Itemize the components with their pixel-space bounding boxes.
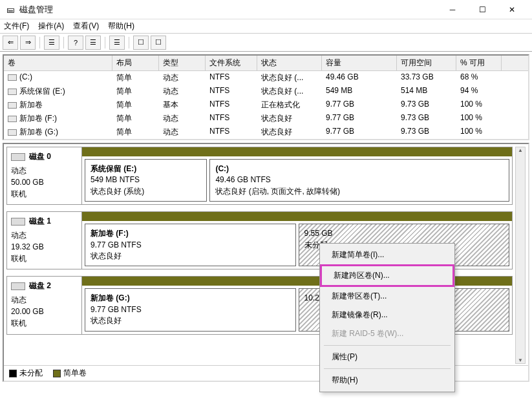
view-icon: ☐ bbox=[138, 38, 144, 47]
menu-file[interactable]: 文件(F) bbox=[4, 21, 29, 32]
volume-list-header: 卷 布局 类型 文件系统 状态 容量 可用空间 % 可用 bbox=[4, 56, 528, 71]
forward-button[interactable]: ⇒ bbox=[20, 36, 36, 50]
partition[interactable]: (C:)49.46 GB NTFS状态良好 (启动, 页面文件, 故障转储) bbox=[209, 159, 509, 202]
disk-label[interactable]: 磁盘 1动态19.32 GB联机 bbox=[7, 212, 82, 269]
col-layout[interactable]: 布局 bbox=[112, 56, 159, 70]
window-title: 磁盘管理 bbox=[19, 4, 438, 16]
pane-icon: ☰ bbox=[90, 38, 96, 47]
col-free[interactable]: 可用空间 bbox=[397, 56, 456, 70]
toolbar-separator bbox=[39, 37, 40, 48]
pane-button-1[interactable]: ☰ bbox=[44, 36, 59, 50]
volume-icon bbox=[8, 102, 17, 109]
view-button-2[interactable]: ☐ bbox=[151, 36, 166, 50]
col-capacity[interactable]: 容量 bbox=[322, 56, 397, 70]
volume-row[interactable]: 新加卷 (G:)简单动态NTFS状态良好9.77 GB9.73 GB100 % bbox=[4, 125, 528, 139]
partition[interactable]: 系统保留 (E:)549 MB NTFS状态良好 (系统) bbox=[85, 159, 207, 202]
legend-simple: 简单卷 bbox=[63, 368, 87, 377]
legend-swatch-unallocated bbox=[9, 370, 17, 377]
context-menu-item[interactable]: 新建跨区卷(N)... bbox=[320, 264, 454, 287]
volume-icon bbox=[8, 74, 17, 81]
volume-icon bbox=[8, 116, 17, 122]
toolbar-separator bbox=[129, 37, 129, 48]
arrow-right-icon: ⇒ bbox=[25, 38, 31, 47]
disk-icon bbox=[11, 218, 25, 226]
menu-view[interactable]: 查看(V) bbox=[73, 21, 99, 32]
view-button-1[interactable]: ☐ bbox=[133, 36, 149, 50]
close-button[interactable]: ✕ bbox=[497, 0, 527, 19]
volume-list-body[interactable]: (C:)简单动态NTFS状态良好 (...49.46 GB33.73 GB68 … bbox=[4, 71, 528, 139]
context-menu-item[interactable]: 帮助(H) bbox=[320, 371, 454, 390]
col-status[interactable]: 状态 bbox=[257, 56, 322, 70]
context-menu-item[interactable]: 新建镜像卷(R)... bbox=[320, 306, 454, 324]
legend-unallocated: 未分配 bbox=[19, 368, 43, 377]
color-stripe bbox=[82, 147, 512, 156]
toolbar: ⇐ ⇒ ☰ ? ☰ ☰ ☐ ☐ bbox=[0, 34, 532, 52]
menu-help[interactable]: 帮助(H) bbox=[108, 21, 134, 32]
context-menu-item[interactable]: 属性(P) bbox=[320, 348, 454, 366]
volume-row[interactable]: 新加卷 (F:)简单动态NTFS状态良好9.77 GB9.73 GB100 % bbox=[4, 112, 528, 125]
minimize-button[interactable]: ─ bbox=[438, 0, 467, 19]
volume-row[interactable]: (C:)简单动态NTFS状态良好 (...49.46 GB33.73 GB68 … bbox=[4, 71, 528, 85]
toolbar-separator bbox=[63, 37, 64, 48]
context-menu-item[interactable]: 新建简单卷(I)... bbox=[320, 246, 454, 264]
help-icon: ? bbox=[74, 39, 78, 47]
context-menu-separator bbox=[324, 345, 451, 346]
volume-icon bbox=[8, 129, 17, 136]
pane-icon: ☰ bbox=[48, 38, 55, 47]
volume-row[interactable]: 新加卷简单基本NTFS正在格式化9.77 GB9.73 GB100 % bbox=[4, 98, 528, 112]
disk-label[interactable]: 磁盘 0动态50.00 GB联机 bbox=[7, 147, 82, 204]
col-volume[interactable]: 卷 bbox=[4, 56, 112, 70]
color-stripe bbox=[82, 212, 512, 221]
app-icon: 🖴 bbox=[5, 5, 16, 15]
partition[interactable]: 新加卷 (G:)9.77 GB NTFS状态良好 bbox=[85, 288, 296, 331]
context-menu-item[interactable]: 新建带区卷(T)... bbox=[320, 287, 454, 306]
volume-row[interactable]: 系统保留 (E:)简单动态NTFS状态良好 (...549 MB514 MB94… bbox=[4, 85, 528, 98]
menubar: 文件(F) 操作(A) 查看(V) 帮助(H) bbox=[0, 19, 532, 34]
disk-partitions: 系统保留 (E:)549 MB NTFS状态良好 (系统)(C:)49.46 G… bbox=[82, 147, 512, 204]
col-type[interactable]: 类型 bbox=[159, 56, 206, 70]
partition[interactable]: 新加卷 (F:)9.77 GB NTFS状态良好 bbox=[85, 224, 296, 266]
view-icon: ☐ bbox=[155, 38, 162, 47]
disk-icon bbox=[11, 153, 25, 161]
context-menu: 新建简单卷(I)...新建跨区卷(N)...新建带区卷(T)...新建镜像卷(R… bbox=[319, 243, 455, 392]
maximize-button[interactable]: ☐ bbox=[467, 0, 497, 19]
pane-button-2[interactable]: ☰ bbox=[85, 36, 101, 50]
col-fs[interactable]: 文件系统 bbox=[206, 56, 257, 70]
col-pct[interactable]: % 可用 bbox=[456, 56, 502, 70]
back-button[interactable]: ⇐ bbox=[3, 36, 18, 50]
disk-label[interactable]: 磁盘 2动态20.00 GB联机 bbox=[7, 277, 82, 333]
legend-swatch-simple bbox=[53, 370, 61, 377]
refresh-button[interactable]: ☰ bbox=[109, 36, 125, 50]
disk-row: 磁盘 0动态50.00 GB联机系统保留 (E:)549 MB NTFS状态良好… bbox=[6, 147, 513, 205]
context-menu-item: 新建 RAID-5 卷(W)... bbox=[320, 324, 454, 343]
arrow-left-icon: ⇐ bbox=[8, 38, 14, 47]
volume-list: 卷 布局 类型 文件系统 状态 容量 可用空间 % 可用 (C:)简单动态NTF… bbox=[3, 54, 529, 140]
disk-icon bbox=[11, 282, 25, 290]
menu-action[interactable]: 操作(A) bbox=[38, 21, 64, 32]
refresh-icon: ☰ bbox=[114, 38, 120, 47]
help-button[interactable]: ? bbox=[68, 36, 83, 50]
scrollbar[interactable]: ▲▼ bbox=[515, 147, 526, 364]
context-menu-separator bbox=[324, 368, 451, 369]
volume-icon bbox=[8, 89, 17, 95]
titlebar: 🖴 磁盘管理 ─ ☐ ✕ bbox=[0, 0, 532, 19]
toolbar-separator bbox=[105, 37, 105, 48]
